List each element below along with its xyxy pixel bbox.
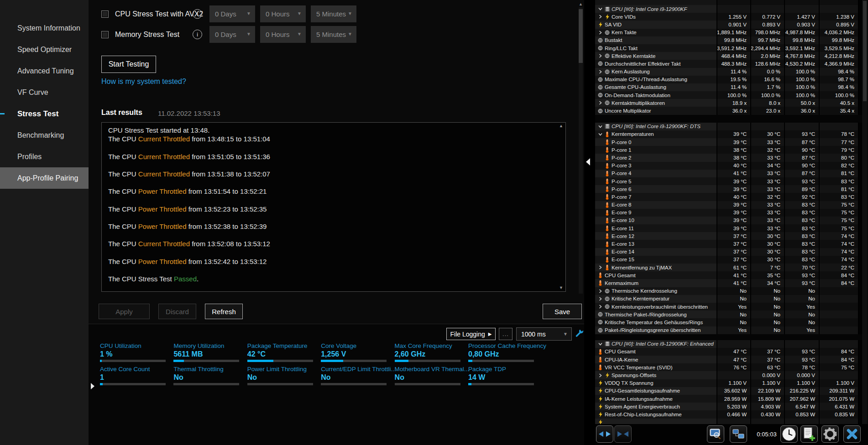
hours-select[interactable]: 0 Hours▼ (260, 26, 306, 43)
page-scroll-up-icon[interactable]: ▲ (579, 2, 583, 6)
clock-button[interactable] (780, 425, 798, 443)
polling-interval-select[interactable]: 1000 ms ▼ (516, 327, 572, 341)
sensor-row[interactable]: CPU Gesamt41 °C35 °C93 °C84 °C (595, 271, 868, 279)
sensor-row[interactable]: Maximale CPU-/Thread-Auslastung19.5 %16.… (595, 76, 868, 83)
apply-button[interactable]: Apply (99, 304, 150, 319)
sensor-row[interactable]: Effektive Kerntakte468.4 MHz2.0 MHz4,767… (595, 52, 868, 60)
file-logging-button[interactable]: File Logging ▶ (446, 328, 496, 340)
sensor-row[interactable]: Durchschnittlicher Effektiver Takt488.3 … (595, 60, 868, 67)
logging-report-button[interactable] (800, 425, 818, 443)
chevron-slot[interactable] (597, 125, 604, 128)
chevron-slot[interactable] (597, 289, 604, 293)
sensor-row[interactable] (595, 419, 868, 424)
sensor-row[interactable]: Kritische KerntemperaturNoNoNo (595, 295, 868, 303)
sensor-row[interactable]: P-core 340 °C34 °C90 °C82 °C (595, 162, 868, 170)
sensor-row[interactable]: Thermische Paket-/RingdrosselungNoNoNo (595, 310, 868, 318)
sensor-row[interactable]: SA VID0.901 V0.893 V0.903 V0.895 V (595, 21, 868, 28)
page-scrollbar[interactable] (579, 7, 583, 294)
sensor-row[interactable]: Kernmaximum41 °C34 °C93 °C84 °C (595, 279, 868, 287)
sensor-row[interactable]: E-core 939 °C33 °C83 °C75 °C (595, 209, 868, 217)
sensor-row[interactable]: E-core 1039 °C33 °C83 °C75 °C (595, 217, 868, 224)
sensor-row[interactable]: P-core 238 °C33 °C87 °C80 °C (595, 154, 868, 161)
sidebar-item-app-profile-pairing[interactable]: App-Profile Pairing (0, 167, 89, 189)
sensor-row[interactable]: On-Demand-Taktmodulation100.0 %100.0 %10… (595, 91, 868, 99)
sensor-row[interactable]: P-core 639 °C33 °C89 °C81 °C (595, 185, 868, 193)
sidebar-item-vf-curve[interactable]: VF Curve (0, 82, 89, 103)
remote-monitoring-button[interactable] (730, 425, 747, 443)
chevron-slot[interactable] (597, 305, 604, 309)
chevron-slot[interactable] (597, 31, 604, 35)
chevron-slot[interactable] (597, 101, 604, 105)
test-checkbox[interactable] (101, 10, 109, 18)
sidebar-item-advanced-tuning[interactable]: Advanced Tuning (0, 60, 89, 82)
sensor-row[interactable]: P-core 441 °C33 °C87 °C81 °C (595, 170, 868, 177)
sensor-row[interactable]: VDDQ TX Spannung1.100 V1.100 V1.100 V1.1… (595, 379, 868, 387)
collapse-left-handle[interactable] (586, 158, 590, 166)
sidebar-item-system-information[interactable]: System Information (0, 17, 89, 39)
logging-options-button[interactable]: ... (499, 328, 512, 340)
scroll-down-icon[interactable]: ▼ (559, 286, 563, 290)
sidebar-item-stress-test[interactable]: Stress Test (0, 103, 89, 124)
minutes-select[interactable]: 5 Minutes▼ (311, 5, 356, 22)
sensor-row[interactable]: E-core 1139 °C33 °C83 °C75 °C (595, 224, 868, 232)
sensor-row[interactable]: IA-Kerne Leistungsaufnahme28.959 W15.809… (595, 395, 868, 403)
save-button[interactable]: Save (543, 304, 582, 319)
minutes-select[interactable]: 5 Minutes▼ (311, 26, 356, 43)
sensor-row[interactable]: P-core 039 °C33 °C87 °C77 °C (595, 138, 868, 146)
chevron-slot[interactable] (597, 15, 604, 19)
sensor-row[interactable]: Kerntemperaturen39 °C30 °C93 °C78 °C (595, 130, 868, 138)
collapse-columns-button[interactable] (614, 425, 632, 443)
start-testing-button[interactable]: Start Testing (101, 56, 156, 73)
settings-button[interactable] (821, 425, 839, 443)
sensor-row[interactable]: CPU-IA-Kerne47 °C37 °C93 °C84 °C (595, 356, 868, 363)
sensor-row[interactable]: Core VIDs1.255 V0.772 V1.427 V1.238 V (595, 13, 868, 21)
wrench-icon[interactable] (575, 328, 584, 339)
test-checkbox[interactable] (101, 31, 109, 38)
sensor-row[interactable]: Bustakt99.8 MHz99.7 MHz99.8 MHz99.8 MHz (595, 36, 868, 44)
sensor-row[interactable]: P-core 138 °C32 °C90 °C79 °C (595, 146, 868, 154)
chevron-slot[interactable] (597, 342, 604, 346)
sensor-row[interactable]: VR VCC Temperature (SVID)76 °C63 °C78 °C… (595, 363, 868, 371)
info-icon[interactable]: i (193, 30, 202, 39)
chevron-slot[interactable] (597, 7, 604, 10)
sensor-row[interactable]: Gesamte CPU-Auslastung11.4 %1.7 %100.0 %… (595, 83, 868, 91)
expand-columns-button[interactable] (596, 425, 613, 443)
info-icon[interactable]: i (193, 9, 202, 19)
sidebar-item-profiles[interactable]: Profiles (0, 146, 89, 167)
sensor-row[interactable]: Paket-/Ringleistungsgrenze überschritten… (595, 326, 868, 334)
hours-select[interactable]: 0 Hours▼ (260, 5, 306, 22)
sensor-row[interactable]: CPU-Gesamtleistungsaufnahme35.602 W22.10… (595, 387, 868, 395)
chevron-slot[interactable] (597, 373, 604, 378)
sensor-row[interactable]: Kritische Temperatur des Gehäuses/RingsN… (595, 318, 868, 326)
sensor-row[interactable]: Kern Takte1,889.1 MHz798.0 MHz4,987.8 MH… (595, 29, 868, 36)
sensor-row[interactable]: CPU Gesamt47 °C37 °C93 °C84 °C (595, 348, 868, 356)
chevron-slot[interactable] (597, 297, 604, 301)
chevron-slot[interactable] (597, 70, 604, 74)
expand-right-handle[interactable] (91, 383, 94, 389)
days-select[interactable]: 0 Days▼ (209, 26, 255, 43)
sensor-row[interactable]: Kernentfernung zu TjMAX61 °C7 °C70 °C22 … (595, 264, 868, 271)
sensor-row[interactable]: E-core 1237 °C30 °C83 °C74 °C (595, 232, 868, 240)
sensor-row[interactable]: E-core 1337 °C30 °C83 °C74 °C (595, 240, 868, 248)
sensor-row[interactable]: E-core 839 °C33 °C83 °C75 °C (595, 201, 868, 209)
sensor-row[interactable]: Ring/LLC Takt3,591.2 MHz2,294.4 MHz3,592… (595, 44, 868, 52)
screen-capture-button[interactable] (707, 425, 724, 443)
days-select[interactable]: 0 Days▼ (209, 5, 255, 22)
refresh-button[interactable]: Refresh (205, 304, 243, 319)
chevron-slot[interactable] (597, 265, 604, 269)
chevron-slot[interactable] (597, 133, 604, 136)
sensor-row[interactable]: Thermische KerndrosselungNoNoNo (595, 287, 868, 295)
sensor-row[interactable]: Kernleistungsverbrauchlimit überschritte… (595, 303, 868, 310)
sensor-section-header[interactable]: CPU [#0]: Intel Core i9-12900KF: DTS (595, 123, 868, 130)
sensor-section-header[interactable]: CPU [#0]: Intel Core i9-12900KF (595, 5, 868, 13)
sensor-row[interactable]: System Agent Energieverbrauch5.203 W4.90… (595, 403, 868, 410)
close-button[interactable] (843, 425, 861, 443)
sensor-row[interactable]: Kern Auslastung11.4 %0.0 %100.0 %98.4 % (595, 68, 868, 76)
sensor-row[interactable]: E-core 1537 °C30 °C83 °C74 °C (595, 256, 868, 264)
sensor-row[interactable]: Spannungs-Offsets0.000 V0.000 V (595, 371, 868, 379)
sensor-row[interactable]: E-core 1437 °C30 °C83 °C74 °C (595, 248, 868, 256)
sensor-row[interactable]: P-core 539 °C33 °C93 °C83 °C (595, 177, 868, 185)
sensor-section-header[interactable]: CPU [#0]: Intel Core i9-12900KF: Enhance… (595, 340, 868, 348)
sidebar-item-speed-optimizer[interactable]: Speed Optimizer (0, 39, 89, 60)
sidebar-item-benchmarking[interactable]: Benchmarking (0, 124, 89, 146)
